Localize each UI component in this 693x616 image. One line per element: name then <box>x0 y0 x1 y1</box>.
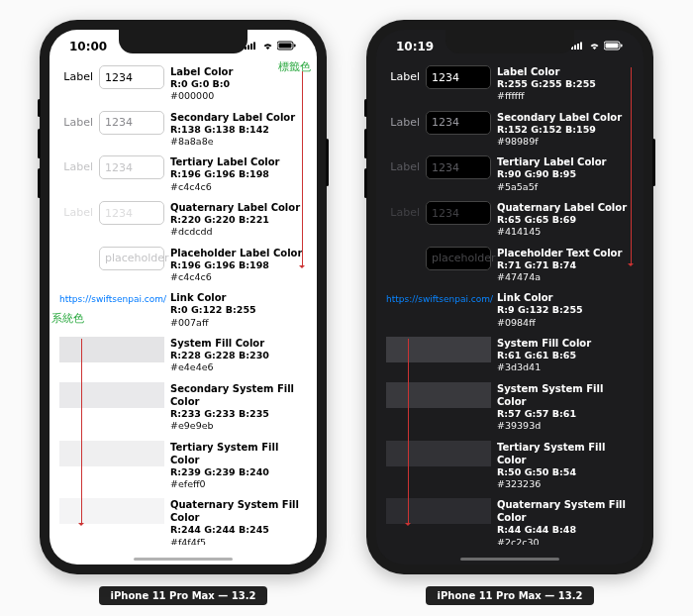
fill-description: Tertiary System Fill Color R:50 G:50 B:5… <box>497 441 634 491</box>
swatch-fill1 <box>59 337 164 362</box>
color-title: Quaternary Label Color <box>170 201 307 214</box>
power-button <box>326 139 329 186</box>
status-time: 10:00 <box>69 40 107 53</box>
color-hex: #000000 <box>170 90 307 102</box>
home-indicator[interactable] <box>134 558 233 561</box>
annotation-system-color: 系統色 <box>51 311 84 326</box>
notch <box>119 30 248 53</box>
textfield-label[interactable]: 1234 <box>99 65 164 89</box>
silent-switch <box>364 99 367 117</box>
textfield-value: 1234 <box>432 207 459 220</box>
row-tertiary: Label 1234 Tertiary Label Color R:90 G:9… <box>386 155 634 193</box>
textfield-placeholder[interactable]: placeholder <box>99 247 164 270</box>
fill-row-fill3: Tertiary System Fill Color R:50 G:50 B:5… <box>386 441 634 491</box>
status-icons <box>571 41 624 52</box>
color-hex: #dcdcdd <box>170 226 307 238</box>
swatch-fill3 <box>386 441 491 466</box>
fill-row-fill1: System Fill Color R:228 G:228 B:230 #e4e… <box>59 337 307 374</box>
row-link: https://swiftsenpai.com/ Link Color R:0 … <box>59 291 307 329</box>
home-indicator[interactable] <box>460 558 559 561</box>
textfield-placeholder[interactable]: placeholder <box>426 247 491 270</box>
color-rgb: R:65 G:65 B:69 <box>497 214 634 226</box>
fill-description: Quaternary System Fill Color R:44 G:44 B… <box>497 498 634 545</box>
textfield-tertiary[interactable]: 1234 <box>99 155 164 179</box>
color-title: Tertiary System Fill Color <box>497 441 634 466</box>
color-title: Quaternary System Fill Color <box>170 498 307 524</box>
device-caption: iPhone 11 Pro Max — 13.2 <box>426 586 595 605</box>
color-hex: #007aff <box>170 317 307 329</box>
svg-rect-10 <box>580 43 582 51</box>
color-rgb: R:44 G:44 B:48 <box>497 524 634 536</box>
textfield-tertiary[interactable]: 1234 <box>426 155 491 179</box>
row-description: Quaternary Label Color R:220 G:220 B:221… <box>170 201 307 239</box>
fill-section: System Fill Color R:61 G:61 B:65 #3d3d41… <box>386 337 634 545</box>
status-time: 10:19 <box>396 40 434 53</box>
color-hex: #efeff0 <box>170 478 307 490</box>
screen: 10:00 標籤色 系統色 Label 1234 Label Color R:0… <box>50 30 317 565</box>
svg-rect-3 <box>253 43 255 51</box>
color-rgb: R:50 G:50 B:54 <box>497 466 634 478</box>
color-rgb: R:239 G:239 B:240 <box>170 466 307 478</box>
link-url[interactable]: https://swiftsenpai.com/ <box>386 291 491 329</box>
svg-rect-5 <box>279 44 292 49</box>
content-area[interactable]: 標籤色 系統色 Label 1234 Label Color R:0 G:0 B… <box>50 57 317 545</box>
color-rgb: R:255 G:255 B:255 <box>497 78 634 90</box>
annotation-label-color: 標籤色 <box>278 59 311 74</box>
color-rgb: R:196 G:196 B:198 <box>170 168 307 180</box>
color-hex: #414145 <box>497 226 634 238</box>
row-description: Link Color R:0 G:122 B:255 #007aff <box>170 291 307 329</box>
textfield-quaternary[interactable]: 1234 <box>99 201 164 225</box>
color-title: Tertiary System Fill Color <box>170 441 307 466</box>
status-icons <box>245 41 297 52</box>
fill-description: System Fill Color R:61 G:61 B:65 #3d3d41 <box>497 337 634 374</box>
battery-icon <box>277 41 297 52</box>
color-title: Quaternary System Fill Color <box>497 498 634 524</box>
fill-row-fill4: Quaternary System Fill Color R:244 G:244… <box>59 498 307 545</box>
row-description: Secondary Label Color R:138 G:138 B:142 … <box>170 111 307 149</box>
silent-switch <box>38 99 41 117</box>
color-hex: #98989f <box>497 136 634 148</box>
textfield-value: 1234 <box>432 161 459 174</box>
color-title: Link Color <box>170 291 307 304</box>
row-description: Quaternary Label Color R:65 G:65 B:69 #4… <box>497 201 634 239</box>
row-label: Label 1234 Label Color R:0 G:0 B:0 #0000… <box>59 65 307 103</box>
swatch-fill2 <box>59 382 164 408</box>
swatch-fill1 <box>386 337 491 362</box>
color-hex: #ffffff <box>497 90 634 102</box>
color-title: Secondary Label Color <box>497 111 634 124</box>
textfield-secondary[interactable]: 1234 <box>426 111 491 135</box>
color-rgb: R:196 G:196 B:198 <box>170 259 307 271</box>
color-rgb: R:9 G:132 B:255 <box>497 304 634 316</box>
color-title: System Fill Color <box>170 337 307 350</box>
textfield-label[interactable]: 1234 <box>426 65 491 89</box>
row-tertiary: Label 1234 Tertiary Label Color R:196 G:… <box>59 155 307 193</box>
color-title: Placeholder Label Color <box>170 247 307 259</box>
svg-rect-1 <box>248 46 249 51</box>
fill-description: Secondary System Fill Color R:233 G:233 … <box>170 382 307 433</box>
fill-row-fill1: System Fill Color R:61 G:61 B:65 #3d3d41 <box>386 337 634 374</box>
color-rgb: R:220 G:220 B:221 <box>170 214 307 226</box>
textfield-value: 1234 <box>432 71 459 84</box>
row-label: Label 1234 Label Color R:255 G:255 B:255… <box>386 65 634 103</box>
color-hex: #0984ff <box>497 317 634 329</box>
content-area[interactable]: Label 1234 Label Color R:255 G:255 B:255… <box>376 57 644 545</box>
textfield-value: 1234 <box>105 207 133 220</box>
color-rgb: R:71 G:71 B:74 <box>497 259 634 271</box>
row-label: Label <box>59 111 93 129</box>
fill-description: Quaternary System Fill Color R:244 G:244… <box>170 498 307 545</box>
color-title: System System Fill Color <box>497 382 634 408</box>
row-link: https://swiftsenpai.com/ Link Color R:9 … <box>386 291 634 329</box>
fill-row-fill2: System System Fill Color R:57 G:57 B:61 … <box>386 382 634 433</box>
textfield-secondary[interactable]: 1234 <box>99 111 164 135</box>
row-quaternary: Label 1234 Quaternary Label Color R:65 G… <box>386 201 634 239</box>
row-description: Placeholder Text Color R:71 G:71 B:74 #4… <box>497 247 634 284</box>
textfield-quaternary[interactable]: 1234 <box>426 201 491 225</box>
color-rgb: R:61 G:61 B:65 <box>497 350 634 361</box>
power-button <box>652 139 655 186</box>
fill-row-fill2: Secondary System Fill Color R:233 G:233 … <box>59 382 307 433</box>
svg-rect-6 <box>294 45 296 48</box>
svg-rect-9 <box>577 44 579 50</box>
svg-rect-12 <box>606 44 619 49</box>
color-title: Label Color <box>497 65 634 78</box>
color-hex: #2c2c30 <box>497 537 634 545</box>
